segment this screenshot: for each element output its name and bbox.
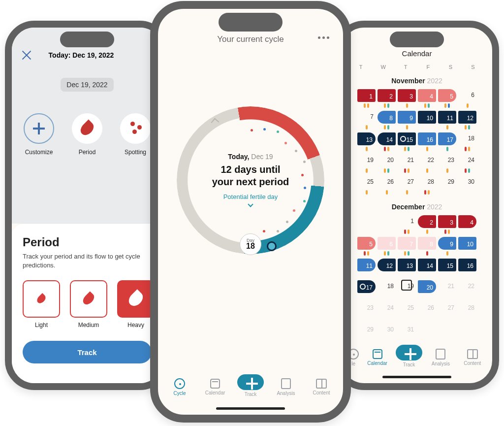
calendar-day[interactable]: 20 (377, 153, 397, 174)
calendar-day[interactable]: 2 (417, 214, 437, 235)
calendar-day[interactable]: 24 (457, 153, 477, 174)
calendar-day[interactable]: 16 (457, 257, 477, 279)
calendar-day[interactable]: 9 (437, 235, 457, 257)
nav-calendar-label: Calendar (367, 360, 387, 366)
calendar-day[interactable]: 3 (397, 88, 417, 109)
calendar-day[interactable]: 2 (377, 88, 397, 109)
calendar-day[interactable]: 8 (417, 235, 437, 257)
calendar-day[interactable]: 1 (356, 88, 377, 109)
spotting-icon (127, 121, 143, 136)
nav-analysis[interactable]: Analysis (427, 349, 454, 366)
calendar-day[interactable]: 10 (417, 109, 437, 131)
calendar-day[interactable]: 26 (417, 300, 437, 322)
track-fab[interactable] (237, 374, 264, 390)
nav-track-label: Track (403, 362, 415, 367)
drop-icon (126, 289, 146, 309)
calendar-day[interactable]: 21 (397, 153, 417, 174)
flow-option-heavy[interactable]: Heavy (117, 280, 155, 328)
calendar-day[interactable]: 29 (437, 174, 457, 196)
calendar-day[interactable]: 22 (457, 279, 477, 300)
nav-calendar[interactable]: Calendar (364, 349, 391, 366)
track-fab[interactable] (396, 345, 422, 360)
calendar-day[interactable]: 8 (377, 109, 397, 131)
calendar-day[interactable]: 23 (356, 300, 377, 322)
calendar-day[interactable]: 15 (397, 131, 417, 153)
calendar-day[interactable]: 4 (457, 214, 477, 235)
nav-track[interactable]: Track (237, 377, 264, 397)
calendar-day[interactable]: 13 (397, 257, 417, 279)
flow-option-light[interactable]: Light (23, 280, 60, 328)
calendar-day[interactable]: 5 (356, 235, 377, 257)
calendar-day[interactable]: 12 (377, 257, 397, 279)
calendar-day[interactable]: 25 (356, 174, 377, 196)
home-indicator (382, 376, 451, 378)
nav-content[interactable]: Content (308, 379, 335, 395)
dow-label: F (419, 64, 438, 70)
calendar-day[interactable]: 6 (377, 235, 397, 257)
nav-cycle[interactable]: Cycle (166, 378, 193, 396)
calendar-day[interactable]: 3 (437, 214, 457, 235)
calendar-day[interactable]: 17 (356, 279, 377, 300)
calendar-day[interactable]: 21 (437, 279, 457, 300)
period-button[interactable]: Period (66, 113, 108, 156)
plus-icon (405, 348, 413, 357)
more-icon[interactable] (318, 36, 329, 39)
calendar-day[interactable]: 7 (397, 235, 417, 257)
calendar-day[interactable]: 26 (377, 174, 397, 196)
content-icon (467, 349, 478, 359)
calendar-day[interactable]: 18 (377, 279, 397, 300)
calendar-day[interactable]: 28 (417, 174, 437, 196)
calendar-day (356, 214, 377, 235)
close-icon[interactable] (21, 49, 32, 61)
day-chip[interactable]: Day 18 (240, 233, 261, 255)
calendar-day[interactable]: 1 (397, 214, 417, 235)
calendar-day[interactable]: 9 (397, 109, 417, 131)
calendar-day[interactable]: 14 (377, 131, 397, 153)
calendar-day[interactable]: 11 (437, 109, 457, 131)
flow-option-medium[interactable]: Medium (70, 280, 107, 328)
plus-icon (246, 378, 255, 387)
calendar-day[interactable]: 30 (457, 174, 477, 196)
calendar-day[interactable]: 27 (397, 174, 417, 196)
calendar-day[interactable]: 11 (356, 257, 377, 279)
dow-label: T (396, 64, 415, 70)
calendar-day[interactable]: 25 (397, 300, 417, 322)
calendar-day[interactable]: 13 (356, 131, 377, 153)
calendar-day[interactable]: 15 (437, 257, 457, 279)
calendar-day[interactable]: 28 (457, 300, 477, 322)
calendar-day[interactable]: 7 (356, 109, 377, 131)
calendar-day[interactable]: 22 (417, 153, 437, 174)
dow-row: TWTFSS (347, 64, 486, 70)
customize-button[interactable]: Customize (18, 113, 60, 156)
cycle-ring: Today, Dec 19 12 days until your next pe… (177, 106, 324, 254)
calendar-day[interactable]: 16 (417, 131, 437, 153)
calendar-day[interactable]: 23 (437, 153, 457, 174)
calendar-day[interactable]: 6 (457, 88, 477, 109)
calendar-day (377, 214, 397, 235)
calendar-day[interactable]: 30 (377, 322, 397, 344)
calendar-day[interactable]: 10 (457, 235, 477, 257)
date-chip[interactable]: Dec 19, 2022 (61, 78, 113, 92)
nav-calendar[interactable]: Calendar (201, 379, 229, 395)
fertile-day-link[interactable]: Potential fertile day (223, 193, 278, 208)
calendar-day[interactable]: 29 (356, 322, 377, 344)
calendar-day[interactable]: 17 (437, 131, 457, 153)
nav-track[interactable]: Track (395, 348, 423, 367)
calendar-day[interactable]: 20 (417, 279, 437, 300)
calendar-day[interactable]: 14 (417, 257, 437, 279)
track-button[interactable]: Track (23, 341, 152, 363)
calendar-day[interactable]: 19 (397, 279, 417, 300)
calendar-day[interactable]: 19 (356, 153, 377, 174)
day-chip-value: 18 (246, 242, 255, 251)
nav-analysis[interactable]: Analysis (272, 378, 300, 396)
nav-content[interactable]: Content (459, 349, 486, 366)
calendar-day[interactable]: 27 (437, 300, 457, 322)
calendar-day[interactable]: 4 (417, 88, 437, 109)
content-icon (316, 379, 327, 389)
calendar-day[interactable]: 24 (377, 300, 397, 322)
calendar-day[interactable]: 31 (397, 322, 417, 344)
calendar-day[interactable]: 18 (457, 131, 477, 153)
calendar-day[interactable]: 5 (437, 88, 457, 109)
customize-label: Customize (25, 149, 53, 156)
calendar-day[interactable]: 12 (457, 109, 477, 131)
